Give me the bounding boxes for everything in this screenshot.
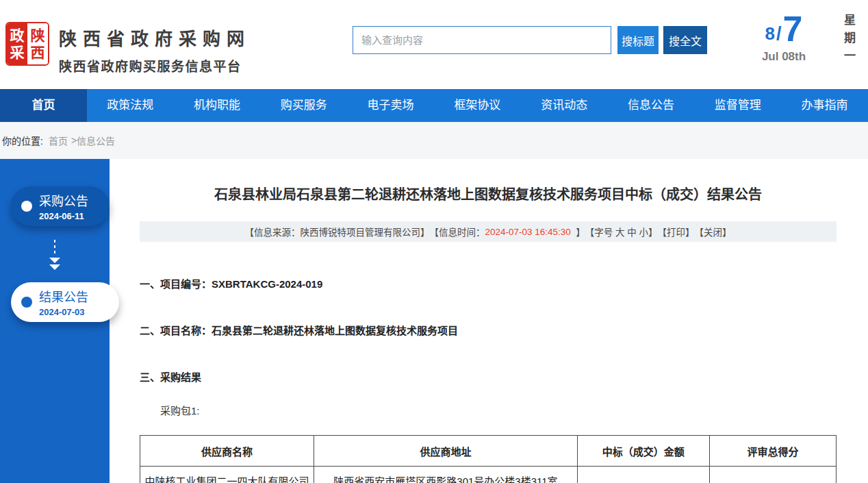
site-logo: 政 采 陕 西 [5,22,49,66]
nav-item-e-marketplace[interactable]: 电子卖场 [347,89,434,122]
nav-item-policies[interactable]: 政策法规 [87,89,174,122]
sidebar-item-text: 结果公告 2024-07-03 [39,287,88,317]
logo-right-seal: 陕 西 [27,23,48,64]
logo-char: 西 [31,44,45,61]
logo-char: 陕 [31,27,45,44]
sidebar-item-date: 2024-06-11 [39,211,88,221]
date-block: 8 / 7 Jul 08th [746,12,821,64]
print-button[interactable]: 【打印】 [658,225,695,238]
site-titles: 陕西省政府采购网 陕西省政府购买服务信息平台 [59,25,251,75]
weekday-label: 星期一 [840,14,857,67]
package-label: 采购包1: [160,403,837,417]
sidebar-item-result-announcement[interactable]: 结果公告 2024-07-03 [11,282,119,322]
nav-item-announcements[interactable]: 信息公告 [608,89,695,122]
meta-time-suffix: 】 [571,225,585,238]
breadcrumb-separator: > [71,135,77,146]
table-header-award-amount: 中标（成交）金额 [577,436,709,467]
breadcrumb-current-link[interactable]: 信息公告 [77,134,115,147]
nav-item-news[interactable]: 资讯动态 [521,89,608,122]
timeline-down-arrow-icon [47,238,63,271]
sidebar-item-title: 结果公告 [39,287,88,305]
nav-item-home[interactable]: 首页 [0,89,87,122]
table-header-supplier-address: 供应商地址 [314,436,577,467]
date-day: 7 [783,12,803,46]
site-title: 陕西省政府采购网 [59,25,251,50]
bullet-dot-icon [21,201,32,212]
article-title: 石泉县林业局石泉县第二轮退耕还林落地上图数据复核技术服务项目中标（成交）结果公告 [140,184,837,203]
site-subtitle: 陕西省政府购买服务信息平台 [59,56,251,75]
result-table: 供应商名称 供应商地址 中标（成交）金额 评审总得分 中陕核工业集团二一四大队有… [140,435,837,483]
date-slash: / [776,22,782,46]
date-numbers: 8 / 7 [746,12,821,46]
search-input[interactable] [353,26,611,54]
breadcrumb-home-link[interactable]: 首页 [49,134,68,147]
table-header-review-score: 评审总得分 [709,436,836,467]
meta-time-value: 2024-07-03 16:45:30 [485,227,570,237]
table-row: 中陕核工业集团二一四大队有限公司 陕西省西安市雁塔区西影路301号办公楼3楼31… [140,467,837,483]
content-area: 采购公告 2024-06-11 结果公告 2024-07-03 石泉县林业局石泉… [0,159,868,483]
close-button[interactable]: 【关闭】 [695,225,732,238]
breadcrumb: 你的位置: 首页 > 信息公告 [0,122,868,159]
date-month: 8 [765,22,775,46]
section-project-name: 二、项目名称：石泉县第二轮退耕还林落地上图数据复核技术服务项目 [140,323,837,337]
nav-item-service-guide[interactable]: 办事指南 [781,89,868,122]
article-meta-bar: 【信息来源：陕西博锐特项目管理有限公司】 【信息时间： 2024-07-03 1… [140,221,837,242]
table-header-supplier-name: 供应商名称 [140,436,314,467]
breadcrumb-label: 你的位置: [2,134,43,147]
section-procurement-result: 三、采购结果 [140,369,837,384]
search-group: 搜标题 搜全文 [353,26,707,54]
section-project-number: 一、项目编号：SXBRTAKCG-2024-019 [140,276,837,290]
meta-source: 【信息来源：陕西博锐特项目管理有限公司】 [244,225,429,238]
logo-char: 采 [10,44,25,61]
table-header-row: 供应商名称 供应商地址 中标（成交）金额 评审总得分 [140,436,837,467]
bullet-dot-icon [21,297,32,308]
sidebar-item-procurement-announcement[interactable]: 采购公告 2024-06-11 [11,186,110,226]
main-nav: 首页 政策法规 机构职能 购买服务 电子卖场 框架协议 资讯动态 信息公告 监督… [0,89,868,122]
logo-char: 政 [10,27,25,44]
sidebar-item-text: 采购公告 2024-06-11 [39,191,88,221]
nav-item-purchase-services[interactable]: 购买服务 [260,89,347,122]
search-fulltext-button[interactable]: 搜全文 [663,26,707,54]
site-header: 政 采 陕 西 陕西省政府采购网 陕西省政府购买服务信息平台 搜标题 搜全文 8… [0,0,868,89]
cell-supplier-name: 中陕核工业集团二一四大队有限公司 [140,467,314,483]
font-size-controls[interactable]: 【字号 大 中 小】 [585,225,658,238]
cell-review-score [709,467,836,483]
search-title-button[interactable]: 搜标题 [617,26,659,54]
sidebar-item-title: 采购公告 [39,191,88,209]
cell-supplier-address: 陕西省西安市雁塔区西影路301号办公楼3楼311室 [314,467,577,483]
nav-item-supervision[interactable]: 监督管理 [694,89,781,122]
cell-award-amount [577,467,709,483]
timeline-sidebar: 采购公告 2024-06-11 结果公告 2024-07-03 [0,159,110,483]
nav-item-framework-agreements[interactable]: 框架协议 [434,89,521,122]
sidebar-item-date: 2024-07-03 [39,307,88,317]
nav-item-functions[interactable]: 机构职能 [174,89,261,122]
meta-time-label: 【信息时间： [429,225,485,238]
date-english: Jul 08th [746,50,821,64]
article-main: 石泉县林业局石泉县第二轮退耕还林落地上图数据复核技术服务项目中标（成交）结果公告… [110,159,868,483]
logo-left-seal: 政 采 [7,23,27,64]
